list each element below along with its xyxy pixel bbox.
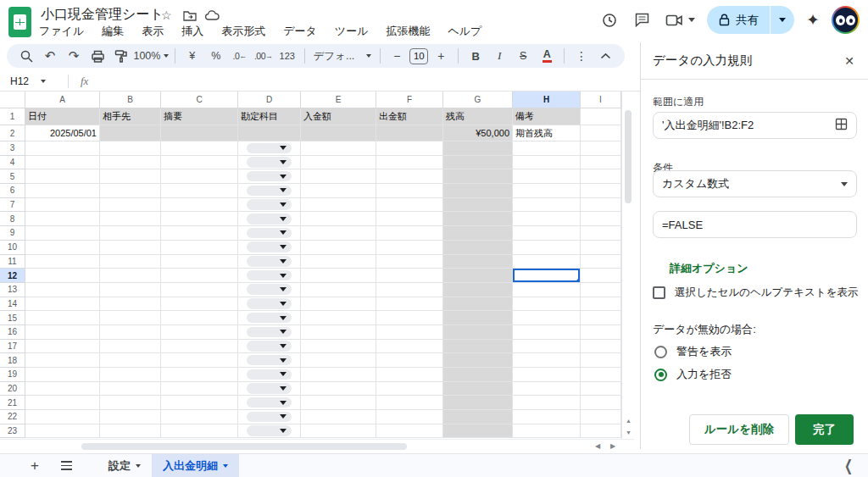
cell-B11[interactable] <box>100 255 161 269</box>
cell-B19[interactable] <box>100 368 161 382</box>
cell-D20[interactable] <box>238 382 301 397</box>
horizontal-scrollbar[interactable]: ◀ ▶ <box>0 439 634 453</box>
row-header-6[interactable]: 6 <box>0 184 25 198</box>
dropdown-chip[interactable] <box>247 327 292 338</box>
row-header-19[interactable]: 19 <box>0 368 25 382</box>
cell-G15[interactable] <box>443 311 513 325</box>
cell-B22[interactable] <box>100 410 161 424</box>
cell-E1[interactable]: 入金額 <box>301 108 376 125</box>
dropdown-chip[interactable] <box>247 270 292 281</box>
row-header-9[interactable]: 9 <box>0 226 25 241</box>
delete-rule-button[interactable]: ルールを削除 <box>689 414 789 445</box>
cell-F14[interactable] <box>376 297 443 312</box>
dropdown-chip[interactable] <box>247 341 292 352</box>
cell-D18[interactable] <box>238 353 301 368</box>
cell-C17[interactable] <box>161 340 238 354</box>
cell-H2[interactable]: 期首残高 <box>513 125 581 141</box>
menu-ヘルプ[interactable]: ヘルプ <box>448 24 481 39</box>
cell-G3[interactable] <box>443 141 513 156</box>
redo-icon[interactable]: ↷ <box>63 46 85 66</box>
version-history-icon[interactable] <box>599 10 620 31</box>
cell-G1[interactable]: 残高 <box>443 108 513 125</box>
cell-H18[interactable] <box>513 353 581 368</box>
cell-G6[interactable] <box>443 184 513 198</box>
cell-G5[interactable] <box>443 169 513 184</box>
cell-D13[interactable] <box>238 283 301 297</box>
row-header-4[interactable]: 4 <box>0 156 25 170</box>
cell-C16[interactable] <box>161 325 238 340</box>
cell-I11[interactable] <box>581 255 621 269</box>
cloud-saved-icon[interactable] <box>205 10 220 24</box>
cell-C22[interactable] <box>161 410 238 424</box>
cell-A15[interactable] <box>25 311 100 325</box>
cell-A10[interactable] <box>25 241 100 255</box>
cell-B14[interactable] <box>100 297 161 312</box>
cell-F12[interactable] <box>376 269 443 283</box>
cell-D16[interactable] <box>238 325 301 340</box>
menu-拡張機能[interactable]: 拡張機能 <box>386 24 430 39</box>
cell-F13[interactable] <box>376 283 443 297</box>
row-header-3[interactable]: 3 <box>0 141 25 156</box>
cell-D10[interactable] <box>238 241 301 255</box>
cell-I20[interactable] <box>581 382 621 397</box>
cell-G13[interactable] <box>443 283 513 297</box>
row-header-11[interactable]: 11 <box>0 255 25 269</box>
cell-F11[interactable] <box>376 255 443 269</box>
font-size-input[interactable]: 10 <box>409 48 428 64</box>
cell-D21[interactable] <box>238 396 301 410</box>
help-text-checkbox[interactable] <box>653 286 665 299</box>
cell-F22[interactable] <box>376 410 443 424</box>
cell-H5[interactable] <box>513 169 581 184</box>
scroll-left-icon[interactable]: ◀ <box>595 442 600 450</box>
vertical-scroll-thumb[interactable] <box>625 110 632 203</box>
avatar[interactable] <box>832 6 860 34</box>
cell-I19[interactable] <box>581 368 621 382</box>
cell-A7[interactable] <box>25 198 100 213</box>
cell-A1[interactable]: 日付 <box>25 108 100 125</box>
cell-B18[interactable] <box>100 353 161 368</box>
add-sheet-icon[interactable]: + <box>31 458 39 474</box>
cell-F2[interactable] <box>376 125 443 141</box>
menu-ファイル[interactable]: ファイル <box>39 24 84 39</box>
warning-radio[interactable] <box>654 346 667 358</box>
dropdown-chip[interactable] <box>247 157 292 168</box>
show-warning-option[interactable]: 警告を表示 <box>654 344 732 359</box>
row-header-16[interactable]: 16 <box>0 325 25 340</box>
close-icon[interactable]: ✕ <box>844 54 854 68</box>
cell-B9[interactable] <box>100 226 161 241</box>
row-header-2[interactable]: 2 <box>0 125 25 141</box>
cell-C14[interactable] <box>161 297 238 312</box>
cell-C18[interactable] <box>161 353 238 368</box>
cell-C20[interactable] <box>161 382 238 397</box>
cell-D8[interactable] <box>238 212 301 226</box>
cell-I5[interactable] <box>581 169 621 184</box>
cell-C21[interactable] <box>161 396 238 410</box>
cell-I23[interactable] <box>581 424 621 439</box>
cell-H12[interactable] <box>513 269 581 283</box>
column-header-H[interactable]: H <box>513 92 581 108</box>
format-percent-button[interactable]: % <box>205 46 227 66</box>
horizontal-scroll-thumb[interactable] <box>81 443 407 450</box>
cell-H22[interactable] <box>513 410 581 424</box>
cell-A8[interactable] <box>25 212 100 226</box>
cell-E13[interactable] <box>301 283 376 297</box>
cell-G10[interactable] <box>443 241 513 255</box>
cell-E19[interactable] <box>301 368 376 382</box>
cell-E18[interactable] <box>301 353 376 368</box>
cell-G11[interactable] <box>443 255 513 269</box>
cell-E8[interactable] <box>301 212 376 226</box>
select-range-icon[interactable] <box>835 118 848 133</box>
cell-I15[interactable] <box>581 311 621 325</box>
cell-D3[interactable] <box>238 141 301 156</box>
cell-E11[interactable] <box>301 255 376 269</box>
cell-A23[interactable] <box>25 424 100 439</box>
cell-F8[interactable] <box>376 212 443 226</box>
more-options-button[interactable]: ⋮ <box>570 46 593 66</box>
cell-C13[interactable] <box>161 283 238 297</box>
cell-G17[interactable] <box>443 340 513 354</box>
cell-E5[interactable] <box>301 169 376 184</box>
cell-D12[interactable] <box>238 269 301 283</box>
cell-I2[interactable] <box>581 125 621 141</box>
share-button[interactable]: 共有 <box>707 6 794 34</box>
row-header-5[interactable]: 5 <box>0 169 25 184</box>
